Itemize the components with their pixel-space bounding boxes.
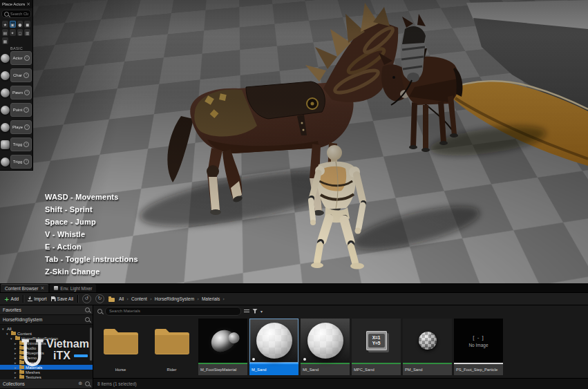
- lights-category-icon[interactable]: ●: [17, 21, 23, 28]
- recently-placed-icon[interactable]: ★: [2, 21, 8, 28]
- tab-content-browser[interactable]: Content Browser ×: [1, 284, 48, 292]
- tree-item-horseridingsystem[interactable]: ▾ HorseRidingSystem: [0, 336, 93, 341]
- chevron-right-icon[interactable]: ›: [222, 296, 225, 302]
- asset-tile-mi-sand[interactable]: MI_Sand: [301, 319, 350, 375]
- add-button[interactable]: + Add: [4, 296, 19, 302]
- asset-tile-pm-sand[interactable]: PM_Sand: [403, 319, 452, 375]
- toolbar-separator: [23, 295, 23, 303]
- expand-arrow-icon[interactable]: ▸: [15, 361, 18, 365]
- collections-footer[interactable]: Collections ⊕: [0, 379, 93, 389]
- tree-item-animations[interactable]: ▸ Animations: [0, 341, 93, 345]
- expand-arrow-icon[interactable]: ▸: [15, 356, 18, 360]
- breadcrumb-horseridingsystem[interactable]: HorseRidingSystem: [155, 296, 194, 301]
- place-actor-item-trigger-box[interactable]: Trigg?: [1, 137, 32, 151]
- status-text: 8 items (1 selected): [97, 381, 137, 386]
- filter-settings-icon[interactable]: [244, 309, 249, 314]
- place-actor-item-trigger-sphere[interactable]: Trigg?: [1, 155, 32, 169]
- asset-tile-rider-folder[interactable]: Rider: [147, 319, 196, 375]
- tree-item-textures[interactable]: ▸ Textures: [0, 374, 93, 379]
- expand-arrow-icon[interactable]: ▸: [15, 341, 18, 345]
- save-all-button[interactable]: Save All: [51, 296, 74, 301]
- import-button[interactable]: Import: [28, 296, 46, 301]
- character-thumbnail: [1, 71, 10, 80]
- search-icon[interactable]: [85, 317, 90, 322]
- breadcrumb-all[interactable]: All: [119, 296, 124, 301]
- place-actor-item-player-start[interactable]: Playe?: [1, 120, 32, 134]
- effects-category-icon[interactable]: ✦: [10, 29, 16, 36]
- expand-arrow-icon[interactable]: ▸: [15, 375, 18, 379]
- pawn-label: Pawn: [12, 91, 23, 95]
- tree-item-all[interactable]: ▾ All: [0, 326, 93, 331]
- actor-label: Actor: [12, 56, 22, 60]
- breadcrumb: All › Content › HorseRidingSystem › Mate…: [119, 296, 225, 302]
- content-browser-body: Favorites HorseRidingSystem ▾ All ▾ C: [0, 305, 588, 389]
- path-filter-row[interactable]: HorseRidingSystem: [0, 315, 93, 325]
- breadcrumb-folder-icon: [108, 298, 115, 302]
- sidebar-scrollbar[interactable]: [90, 328, 92, 361]
- place-actor-item-point-light[interactable]: Point?: [1, 103, 32, 117]
- player-start-thumbnail: [1, 123, 10, 132]
- asset-tile-m-footstepmaterial[interactable]: M_FootStepMaterial: [198, 319, 247, 375]
- expand-arrow-icon[interactable]: ▸: [15, 366, 18, 370]
- player-start-label: Playe: [12, 125, 23, 129]
- tab-env-light-mixer[interactable]: Env. Light Mixer: [50, 284, 96, 292]
- asset-tile-mpc-sand[interactable]: X=1 Y=5 MPC_Sand: [352, 319, 401, 375]
- folder-icon: [19, 351, 24, 354]
- tree-item-materials[interactable]: ▸ Materials: [0, 365, 93, 370]
- favorites-header[interactable]: Favorites: [0, 305, 93, 315]
- close-icon[interactable]: ×: [26, 2, 30, 7]
- trigger-sphere-label: Trigg: [13, 160, 22, 164]
- place-actor-item-pawn[interactable]: Pawn?: [1, 86, 32, 99]
- all-classes-icon[interactable]: ▦: [2, 37, 8, 44]
- folder-icon: [102, 325, 140, 356]
- breadcrumb-materials[interactable]: Materials: [202, 296, 220, 301]
- tree-item-content[interactable]: ▾ Content: [0, 331, 93, 336]
- folder-icon: [19, 375, 24, 379]
- instruction-line: Shift - Sprint: [45, 203, 138, 216]
- folder-icon: [11, 332, 16, 335]
- search-classes-input[interactable]: [10, 12, 28, 16]
- history-forward-icon[interactable]: ↻: [95, 294, 104, 303]
- instruction-line: Space - Jump: [45, 216, 138, 228]
- search-icon[interactable]: [85, 307, 90, 312]
- add-collection-icon[interactable]: ⊕: [78, 381, 82, 386]
- search-icon[interactable]: [85, 381, 90, 386]
- tree-item-blueprints[interactable]: ▸ Blueprints: [0, 350, 93, 355]
- tree-item-maps[interactable]: ▸ Maps: [0, 360, 93, 365]
- history-back-icon[interactable]: ↺: [82, 294, 91, 303]
- tab-close-icon[interactable]: ×: [40, 285, 44, 291]
- search-classes-box[interactable]: [1, 10, 31, 18]
- basic-category-icon[interactable]: ▣: [10, 21, 16, 28]
- place-actor-item-actor[interactable]: Actor?: [1, 51, 32, 65]
- place-actors-title: Place Actors: [2, 2, 25, 6]
- info-icon: ?: [24, 90, 30, 95]
- expand-arrow-icon[interactable]: ▾: [10, 336, 14, 341]
- shapes-category-icon[interactable]: ◼: [24, 21, 30, 28]
- collections-label: Collections: [3, 381, 25, 386]
- expand-arrow-icon[interactable]: ▾: [6, 332, 10, 336]
- place-actor-item-character[interactable]: Char?: [1, 68, 32, 82]
- asset-name: MPC_Sand: [352, 363, 401, 375]
- level-viewport[interactable]: WASD - Movements Shift - Sprint Space - …: [0, 0, 588, 283]
- volumes-category-icon[interactable]: ▥: [24, 29, 30, 36]
- folder-icon: [19, 366, 24, 369]
- info-icon: ?: [24, 55, 30, 61]
- search-materials-input[interactable]: [105, 307, 241, 316]
- asset-tile-ps-foot-step-particle[interactable]: [ - ] No Image PS_Foot_Step_Particle: [454, 319, 503, 375]
- geometry-category-icon[interactable]: ◻: [17, 29, 23, 36]
- tree-item-audio[interactable]: ▸ Audio: [0, 345, 93, 350]
- tree-item-demo[interactable]: ▸ Demo: [0, 355, 93, 360]
- expand-arrow-icon[interactable]: ▸: [15, 370, 18, 374]
- unsaved-indicator: [252, 358, 255, 361]
- asset-tile-m-sand[interactable]: M_Sand: [249, 319, 298, 375]
- chevron-down-icon[interactable]: ▾: [260, 309, 263, 314]
- expand-arrow-icon[interactable]: ▾: [2, 327, 6, 331]
- asset-tile-horse-folder[interactable]: Horse: [96, 319, 145, 375]
- cinematic-category-icon[interactable]: ▤: [2, 29, 8, 36]
- filter-funnel-icon[interactable]: [252, 309, 258, 314]
- material-preview: [208, 327, 238, 354]
- expand-arrow-icon[interactable]: ▸: [15, 351, 18, 355]
- tree-item-meshes[interactable]: ▸ Meshes: [0, 370, 93, 374]
- expand-arrow-icon[interactable]: ▸: [15, 346, 18, 350]
- breadcrumb-content[interactable]: Content: [131, 296, 147, 301]
